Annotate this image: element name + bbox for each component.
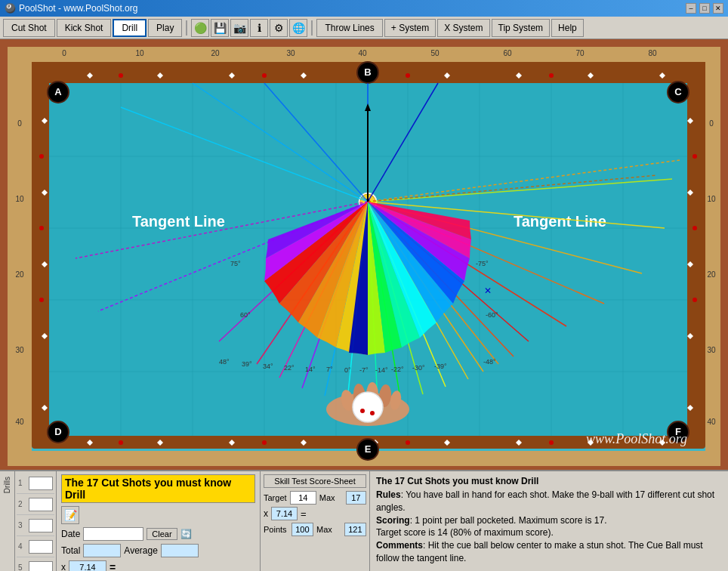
score-num-5: 5 [18, 563, 27, 571]
eq2-label: = [301, 508, 307, 520]
floppy-icon[interactable]: 💾 [211, 19, 229, 37]
points-label: Points [264, 525, 288, 534]
close-button[interactable]: ✕ [713, 3, 723, 14]
skill-target-row: Target Max 17 [264, 491, 366, 505]
average-display [161, 544, 199, 557]
tip-system-button[interactable]: Tip System [492, 19, 551, 37]
score-num-3: 3 [18, 521, 27, 529]
felt-surface[interactable] [32, 83, 711, 453]
comments-label: Comments [376, 540, 423, 551]
points-val: 100 [292, 523, 313, 536]
scoring-label: Scoring [376, 515, 410, 526]
average-label: Average [124, 545, 157, 556]
kick-shot-button[interactable]: Kick Shot [57, 19, 112, 37]
total-average-row: Total Average [61, 544, 255, 557]
score-num-1: 1 [18, 479, 27, 487]
max2-label: Max [316, 525, 341, 534]
score-box-4[interactable] [29, 540, 53, 554]
target-input[interactable] [290, 491, 316, 505]
score-item-3: 3 [17, 515, 54, 536]
description-panel: The 17 Cut Shots you must know Drill Rul… [370, 471, 728, 571]
title-bar: 🎱 PoolShot - www.PoolShot.org – □ ✕ [0, 0, 728, 17]
clear-button[interactable]: Clear [147, 528, 177, 540]
toolbar-separator-2 [311, 20, 313, 35]
desc-title: The 17 Cut Shots you must know Drill [376, 476, 722, 486]
app-icon: 🎱 [5, 3, 16, 14]
target-text: Target score is 14 (80% of maximum score… [376, 527, 554, 538]
date-input[interactable] [83, 527, 143, 541]
max2-val: 121 [344, 523, 366, 536]
score-list: 1 2 3 4 5 [15, 471, 57, 571]
score-box-3[interactable] [29, 519, 53, 532]
target-label: Target [264, 493, 287, 502]
scoring-text: : 1 point per ball pocketed. Maximum sco… [410, 515, 607, 526]
window-controls[interactable]: – □ ✕ [686, 3, 723, 14]
score-x-display: 7.14 [69, 560, 106, 571]
score-item-2: 2 [17, 494, 54, 515]
pool-table: 0 10 20 30 40 50 60 70 80 0 10 20 30 40 … [0, 39, 728, 470]
desc-text: Rules: You have ball in hand for each sh… [376, 489, 722, 565]
score-num-2: 2 [18, 500, 27, 508]
x-label: x [61, 562, 66, 571]
date-label: Date [61, 529, 80, 539]
max-val: 17 [346, 491, 366, 505]
x-system-button[interactable]: X System [437, 19, 489, 37]
comments-text: : Hit the cue ball below center to make … [376, 540, 703, 563]
x-eq-row: x 7.14 = [61, 560, 255, 571]
calc-val: 7.14 [271, 507, 298, 520]
skill-test-panel: Skill Test Score-Sheet Target Max 17 x 7… [261, 471, 370, 571]
drill-name-display: The 17 Cut Shots you must know Drill [61, 474, 255, 503]
drill-info-panel: The 17 Cut Shots you must know Drill 📝 D… [57, 471, 261, 571]
score-item-5: 5 [17, 557, 54, 571]
help-button[interactable]: Help [551, 19, 584, 37]
skill-test-title: Skill Test Score-Sheet [264, 474, 366, 488]
x2-label: x [264, 508, 268, 519]
plus-system-button[interactable]: + System [384, 19, 436, 37]
score-box-5[interactable] [29, 561, 53, 572]
maximize-button[interactable]: □ [699, 3, 710, 14]
cut-shot-button[interactable]: Cut Shot [3, 19, 55, 37]
max-label: Max [319, 493, 343, 502]
score-item-1: 1 [17, 473, 54, 494]
skill-x-row: x 7.14 = [264, 507, 366, 520]
rules-text: : You have ball in hand for each shot. M… [376, 489, 714, 513]
drill-button[interactable]: Drill [113, 19, 147, 37]
refresh-icon: 🔄 [180, 529, 192, 539]
play-button[interactable]: Play [148, 19, 182, 37]
drill-edit-icon[interactable]: 📝 [61, 506, 79, 524]
score-num-4: 4 [18, 542, 27, 551]
info-icon[interactable]: ℹ [250, 19, 268, 37]
settings-icon[interactable]: ⚙ [270, 19, 288, 37]
drills-sidebar: Drills [0, 471, 15, 571]
total-label: Total [61, 545, 80, 556]
eq-label: = [110, 561, 116, 571]
camera-icon[interactable]: 📷 [230, 19, 248, 37]
skill-points-row: Points 100 Max 121 [264, 523, 366, 536]
drills-label: Drills [3, 477, 11, 493]
score-item-4: 4 [17, 536, 54, 557]
drill-icon-row: 📝 [61, 506, 255, 524]
rules-label: Rules [376, 489, 401, 500]
share-icon[interactable]: 🌐 [289, 19, 307, 37]
app-title: PoolShot - www.PoolShot.org [19, 3, 137, 14]
score-box-1[interactable] [29, 477, 53, 490]
title-text: 🎱 PoolShot - www.PoolShot.org [5, 3, 137, 14]
total-input[interactable] [83, 544, 121, 557]
toolbar-separator-1 [186, 20, 187, 35]
date-row: Date Clear 🔄 [61, 527, 255, 541]
green-circle-icon[interactable]: 🟢 [191, 19, 209, 37]
throw-lines-button[interactable]: Throw Lines [316, 19, 382, 37]
score-box-2[interactable] [29, 498, 53, 511]
bottom-panel: Drills 1 2 3 4 5 The 17 Cut Shots you mu… [0, 470, 728, 571]
minimize-button[interactable]: – [686, 3, 696, 14]
toolbar: Cut Shot Kick Shot Drill Play 🟢 💾 📷 ℹ ⚙ … [0, 17, 728, 39]
